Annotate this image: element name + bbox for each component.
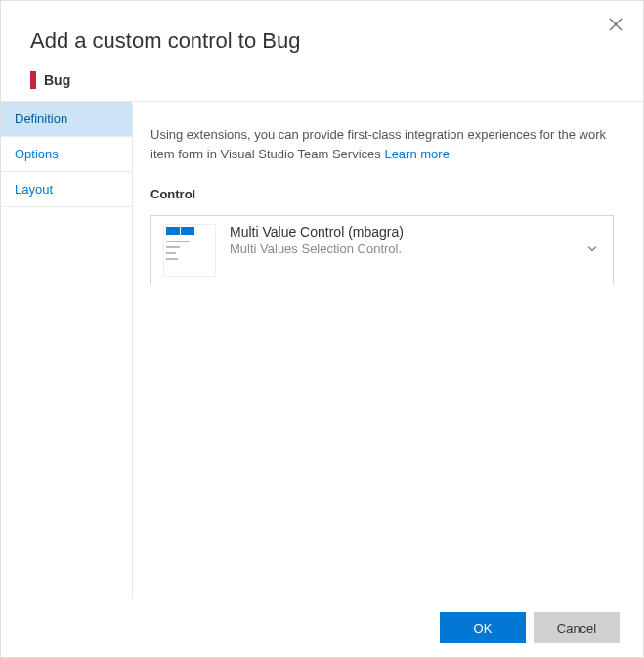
sidebar-item-options[interactable]: Options [1,137,132,172]
main-panel: Using extensions, you can provide first-… [132,102,643,598]
work-item-type-row: Bug [30,71,614,89]
control-thumbnail [163,224,216,277]
learn-more-link[interactable]: Learn more [384,147,449,161]
close-icon [609,18,623,31]
sidebar-item-label: Layout [15,182,53,197]
sidebar-item-label: Definition [15,111,67,126]
sidebar-item-definition[interactable]: Definition [1,102,132,137]
control-section-label: Control [150,187,614,201]
dialog-footer: OK Cancel [1,598,643,657]
sidebar-item-layout[interactable]: Layout [1,172,132,207]
description-text: Using extensions, you can provide first-… [150,127,606,161]
cancel-button[interactable]: Cancel [534,612,620,643]
description: Using extensions, you can provide first-… [150,125,614,163]
sidebar-item-label: Options [15,147,59,161]
ok-button[interactable]: OK [440,612,526,643]
chevron-down-icon [585,242,599,259]
work-item-type-color [30,71,36,89]
dialog: Add a custom control to Bug Bug Definiti… [0,0,644,658]
control-text: Multi Value Control (mbagra) Multi Value… [230,224,601,256]
control-title: Multi Value Control (mbagra) [230,224,601,240]
dialog-body: Definition Options Layout Using extensio… [1,101,643,598]
control-subtitle: Multi Values Selection Control. [230,241,601,256]
work-item-type-name: Bug [44,72,70,88]
dialog-header: Add a custom control to Bug Bug [1,1,643,101]
control-dropdown[interactable]: Multi Value Control (mbagra) Multi Value… [150,215,614,285]
sidebar: Definition Options Layout [1,102,132,598]
dialog-title: Add a custom control to Bug [30,28,614,54]
close-button[interactable] [606,15,625,34]
